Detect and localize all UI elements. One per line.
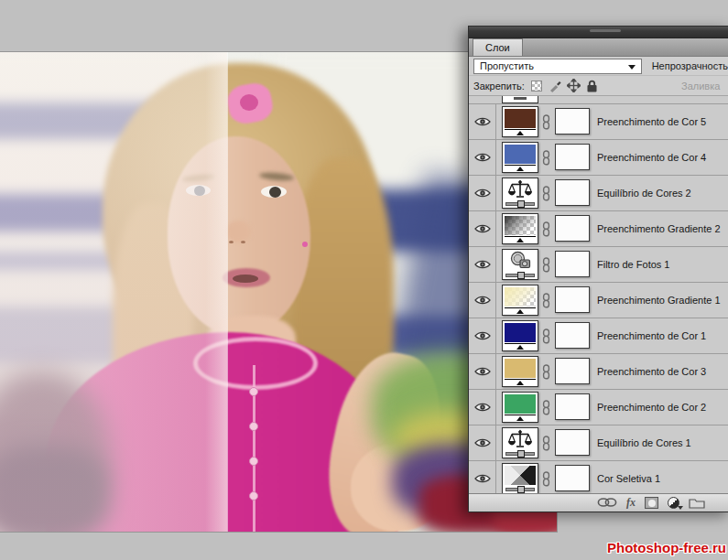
layer-mask-thumbnail[interactable] xyxy=(555,144,590,170)
link-icon[interactable] xyxy=(597,497,617,510)
layer-row-7[interactable]: Preenchimento de Cor 1 xyxy=(469,318,728,354)
layer-row-4[interactable]: Preenchimento Gradiente 2 xyxy=(469,211,728,247)
new-group-icon[interactable] xyxy=(689,496,705,511)
layer-mask-thumbnail[interactable] xyxy=(555,393,590,420)
layer-color-swatch xyxy=(505,394,536,414)
layers-panel: Слои Пропустить Непрозрачность Закрепить… xyxy=(468,26,728,512)
layer-mask-thumbnail[interactable] xyxy=(555,322,590,349)
mask-link-icon[interactable] xyxy=(542,150,550,166)
lock-all-icon[interactable] xyxy=(585,79,599,92)
mask-link-icon[interactable] xyxy=(542,436,550,451)
visibility-toggle[interactable] xyxy=(469,283,496,318)
layer-row-partial[interactable] xyxy=(469,96,728,104)
layer-mask-thumbnail[interactable] xyxy=(555,286,590,313)
layer-name: Cor Seletiva 1 xyxy=(597,461,660,493)
mask-link-icon[interactable] xyxy=(542,114,550,130)
visibility-toggle[interactable] xyxy=(469,354,496,389)
lock-row: Закрепить: Заливка xyxy=(469,76,728,96)
visibility-toggle[interactable] xyxy=(469,318,496,353)
layer-thumbnail[interactable] xyxy=(502,356,538,387)
visibility-toggle[interactable] xyxy=(469,176,496,210)
layer-row-6[interactable]: Preenchimento Gradiente 1 xyxy=(469,283,728,318)
layer-name: Preenchimento de Cor 2 xyxy=(597,390,706,425)
fill-layer-marker xyxy=(505,307,536,313)
blend-mode-row: Пропустить Непрозрачность xyxy=(469,57,728,76)
layer-mask-thumbnail[interactable] xyxy=(555,465,590,491)
layer-thumbnail[interactable] xyxy=(502,106,538,137)
fill-layer-marker xyxy=(505,236,536,242)
photo-filter-icon xyxy=(509,251,531,271)
layer-color-swatch xyxy=(505,287,536,307)
layer-row-1[interactable]: Preenchimento de Cor 5 xyxy=(469,104,728,140)
before-after-split-line xyxy=(227,52,228,532)
layer-thumbnail[interactable] xyxy=(502,178,538,209)
mask-link-icon[interactable] xyxy=(542,328,550,344)
eye-icon xyxy=(474,330,491,341)
layer-row-11[interactable]: Cor Seletiva 1 xyxy=(469,461,728,493)
girl-nose xyxy=(226,221,251,242)
visibility-toggle[interactable] xyxy=(469,247,496,282)
layer-row-3[interactable]: Equilíbrio de Cores 2 xyxy=(469,176,728,211)
color-balance-icon xyxy=(507,179,533,201)
visibility-toggle[interactable] xyxy=(469,211,496,246)
layer-mask-thumbnail[interactable] xyxy=(555,215,590,242)
panel-titlebar[interactable] xyxy=(469,27,728,38)
layer-color-swatch xyxy=(505,145,536,164)
mask-link-icon[interactable] xyxy=(542,293,550,308)
visibility-toggle[interactable] xyxy=(469,140,496,175)
eye-icon xyxy=(474,402,491,413)
layer-thumbnail[interactable] xyxy=(502,285,538,316)
layer-row-2[interactable]: Preenchimento de Cor 4 xyxy=(469,140,728,176)
layer-mask-icon[interactable] xyxy=(645,497,658,509)
layer-color-swatch xyxy=(505,109,536,128)
opacity-label: Непрозрачность xyxy=(652,60,728,71)
adjustment-layer-icon[interactable] xyxy=(668,497,679,509)
mask-link-icon[interactable] xyxy=(542,257,550,273)
layer-mask-thumbnail[interactable] xyxy=(555,251,590,277)
lock-paint-icon[interactable] xyxy=(549,79,562,92)
layer-thumbnail[interactable] xyxy=(502,213,538,244)
layer-mask-thumbnail[interactable] xyxy=(555,108,590,135)
layer-row-8[interactable]: Preenchimento de Cor 3 xyxy=(469,354,728,390)
visibility-toggle[interactable] xyxy=(469,104,496,139)
tab-layers[interactable]: Слои xyxy=(473,38,523,56)
eye-icon xyxy=(474,259,491,270)
layer-row-9[interactable]: Preenchimento de Cor 2 xyxy=(469,390,728,425)
lock-transparency-icon[interactable] xyxy=(530,79,544,92)
layer-mask-thumbnail[interactable] xyxy=(555,429,590,456)
girl-pupil-right xyxy=(269,187,281,198)
layer-thumbnail[interactable] xyxy=(502,427,538,458)
watermark-text: Photoshop-free.ru xyxy=(607,540,726,555)
layer-name: Preenchimento Gradiente 2 xyxy=(597,211,721,246)
blend-mode-value: Пропустить xyxy=(480,60,534,71)
layer-thumbnail[interactable] xyxy=(502,249,538,280)
visibility-toggle[interactable] xyxy=(469,461,496,493)
adjustment-slider-marker xyxy=(505,200,536,206)
fx-icon[interactable]: fx xyxy=(626,496,636,510)
girl-earring xyxy=(302,242,308,247)
layer-mask-thumbnail[interactable] xyxy=(555,358,590,384)
lock-move-icon[interactable] xyxy=(567,79,581,92)
layer-list: Preenchimento de Cor 5 xyxy=(469,96,728,493)
visibility-toggle[interactable] xyxy=(469,425,496,460)
blend-mode-select[interactable]: Пропустить xyxy=(473,59,642,74)
mask-link-icon[interactable] xyxy=(542,364,550,380)
before-after-edge-glow xyxy=(205,52,227,532)
layer-thumbnail[interactable] xyxy=(502,392,538,423)
panel-tabstrip: Слои xyxy=(469,38,728,57)
chevron-down-icon xyxy=(628,65,636,70)
mask-link-icon[interactable] xyxy=(542,400,550,415)
eye-icon xyxy=(474,366,491,377)
layer-thumbnail[interactable] xyxy=(502,320,538,351)
layer-mask-thumbnail[interactable] xyxy=(555,179,590,206)
mask-link-icon[interactable] xyxy=(542,186,550,201)
dress-button xyxy=(249,491,258,501)
layer-color-swatch xyxy=(505,323,536,342)
mask-link-icon[interactable] xyxy=(542,221,550,237)
visibility-toggle[interactable] xyxy=(469,390,496,425)
layer-row-10[interactable]: Equilíbrio de Cores 1 xyxy=(469,425,728,461)
layer-thumbnail[interactable] xyxy=(502,463,538,493)
mask-link-icon[interactable] xyxy=(542,471,550,487)
layer-row-5[interactable]: Filtro de Fotos 1 xyxy=(469,247,728,283)
layer-thumbnail[interactable] xyxy=(502,142,538,173)
